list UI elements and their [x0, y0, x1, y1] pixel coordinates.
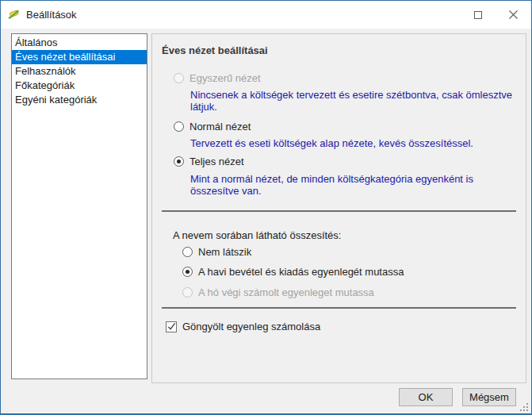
section-divider	[162, 210, 516, 212]
rolling-balance-label: Göngyölt egyenleg számolása	[182, 321, 320, 332]
ok-button[interactable]: OK	[399, 388, 453, 406]
radio-normal-view-label: Normál nézet	[189, 121, 251, 133]
radio-full-view-label: Teljes nézet	[189, 156, 244, 167]
radio-icon	[182, 287, 193, 298]
section-divider	[162, 307, 516, 309]
panel-heading: Éves nézet beállításai	[162, 44, 516, 56]
radio-month-end-balance-label: A hó végi számolt egyenleget mutassa	[198, 286, 374, 298]
full-view-description: Mint a normál nézet, de minden költségka…	[190, 173, 516, 197]
sidebar-item-altalanos[interactable]: Általános	[12, 36, 147, 50]
settings-dialog: Beállítások Általános Éves nézet beállít…	[0, 0, 532, 415]
radio-checked-icon	[182, 267, 193, 277]
radio-monthly-balance-label: A havi bevétel és kiadás egyenlegét muta…	[198, 266, 404, 278]
radio-normal-view[interactable]: Normál nézet	[174, 121, 516, 132]
settings-category-list: Általános Éves nézet beállításai Felhasz…	[11, 33, 147, 379]
yearly-view-settings-panel: Éves nézet beállításai Egyszerű nézet Ni…	[151, 33, 526, 383]
maximize-button[interactable]	[460, 2, 496, 29]
sidebar-item-felhasznalok[interactable]: Felhasználók	[12, 64, 147, 79]
radio-icon	[174, 73, 184, 83]
sidebar-item-fokategoriak[interactable]: Főkategóriák	[12, 79, 147, 93]
resize-grip[interactable]	[520, 403, 529, 412]
window-title: Beállítások	[26, 9, 77, 21]
maximize-icon	[474, 11, 482, 19]
normal-view-description: Tervezett és eseti költségek alap nézete…	[190, 137, 516, 149]
checkbox-checked-icon	[166, 321, 177, 332]
title-bar: Beállítások	[1, 1, 531, 29]
simple-view-description: Nincsenek a költségek tervezett és eseti…	[190, 89, 516, 113]
sidebar-item-eves-nezet[interactable]: Éves nézet beállításai	[12, 50, 147, 64]
close-icon	[509, 10, 518, 19]
radio-not-visible-label: Nem látszik	[198, 246, 251, 258]
radio-icon	[174, 121, 184, 132]
radio-not-visible[interactable]: Nem látszik	[182, 246, 516, 257]
radio-icon	[182, 247, 193, 257]
rolling-balance-checkbox-row[interactable]: Göngyölt egyenleg számolása	[166, 321, 516, 332]
radio-simple-view-label: Egyszerű nézet	[189, 72, 261, 84]
radio-full-view[interactable]: Teljes nézet	[174, 156, 516, 167]
radio-month-end-balance: A hó végi számolt egyenleget mutassa	[182, 286, 516, 298]
summary-section-label: A nevem sorában látható összesítés:	[173, 229, 516, 241]
radio-simple-view: Egyszerű nézet	[174, 72, 516, 83]
cancel-button[interactable]: Mégsem	[462, 388, 516, 406]
app-icon	[7, 8, 21, 21]
radio-checked-icon	[174, 156, 184, 167]
sidebar-item-egyeni-kategoriak[interactable]: Egyéni kategóriák	[12, 93, 147, 107]
radio-monthly-balance[interactable]: A havi bevétel és kiadás egyenlegét muta…	[182, 266, 516, 277]
close-button[interactable]	[496, 2, 531, 29]
